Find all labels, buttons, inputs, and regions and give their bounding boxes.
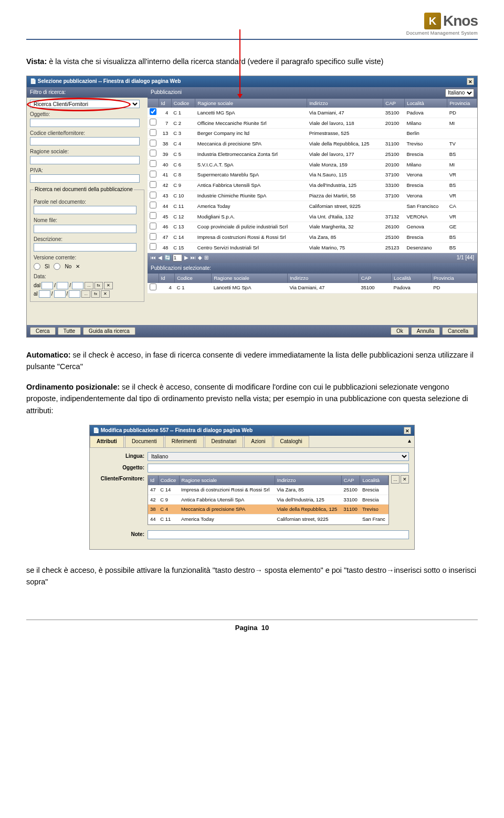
row-checkbox[interactable] — [150, 140, 156, 146]
codice-input[interactable] — [30, 137, 140, 145]
ok-button[interactable]: Ok — [391, 327, 409, 335]
pager-excel-icon[interactable]: ◆ — [198, 254, 202, 262]
table-row[interactable]: 44C 11America TodayCalifornian street, 9… — [148, 515, 388, 525]
row-checkbox[interactable] — [150, 284, 156, 290]
table-row[interactable]: 7C 2Officine Meccaniche Riunite SrlViale… — [148, 118, 477, 129]
pager-grid-icon[interactable]: ⊞ — [204, 254, 208, 262]
pager-page-input[interactable] — [173, 254, 182, 261]
row-checkbox[interactable] — [150, 243, 156, 250]
column-header[interactable] — [148, 99, 159, 108]
lang-select[interactable]: Italiano — [445, 89, 474, 97]
dal-y[interactable] — [72, 282, 83, 289]
remove-icon[interactable]: ✕ — [401, 475, 409, 484]
row-checkbox[interactable] — [150, 233, 156, 240]
table-row[interactable]: 44C 11America TodayCalifornian street, 9… — [148, 201, 477, 212]
al-picker[interactable]: ... — [81, 290, 90, 298]
column-header[interactable]: Codice — [158, 476, 179, 485]
row-checkbox[interactable] — [150, 108, 156, 115]
dal-clear[interactable]: ✕ — [104, 282, 113, 289]
pager-refresh-icon[interactable]: 🔄 — [164, 254, 171, 262]
al-clear[interactable]: ✕ — [101, 290, 110, 298]
descrizione-input[interactable] — [34, 243, 136, 251]
row-checkbox[interactable] — [150, 119, 156, 125]
parole-input[interactable] — [34, 206, 136, 214]
clear-version-button[interactable]: ✕ — [76, 263, 80, 271]
pager-first-icon[interactable]: ⏮ — [151, 254, 156, 262]
tab-destinatari[interactable]: Destinatari — [205, 436, 244, 447]
cerca-button[interactable]: Cerca — [30, 327, 56, 335]
table-row[interactable]: 39C 5Industria Elettromeccanica Zonta Sr… — [148, 149, 477, 160]
column-header[interactable]: Codice — [171, 99, 195, 108]
table-row[interactable]: 41C 8Supermercato Mareblu SpAVia N.Sauro… — [148, 170, 477, 180]
tab-attributi[interactable]: Attributi — [90, 436, 124, 447]
column-header[interactable]: Indirizzo — [275, 476, 341, 485]
column-header[interactable]: CAP — [341, 476, 360, 485]
row-checkbox[interactable] — [150, 202, 156, 208]
tab-documenti[interactable]: Documenti — [125, 436, 164, 447]
guida-button[interactable]: Guida alla ricerca — [83, 327, 135, 335]
table-row[interactable]: 42C 9Antica Fabbrica Utensili SpAVia del… — [148, 180, 477, 191]
table-row[interactable]: 4C 1Lancetti MG SpAVia Damiani, 4735100P… — [148, 283, 477, 293]
row-checkbox[interactable] — [150, 223, 156, 229]
al-d[interactable] — [39, 290, 50, 298]
tab-riferimenti[interactable]: Riferimenti — [165, 436, 204, 447]
close-icon[interactable]: ✕ — [404, 427, 411, 434]
pager-last-icon[interactable]: ⏭ — [191, 254, 196, 262]
table-row[interactable]: 47C 14Impresa di costruzioni Rossi & Ros… — [148, 232, 477, 243]
table-row[interactable]: 38C 4Meccanica di precisione SPAViale de… — [148, 139, 477, 149]
pager-prev-icon[interactable]: ◀ — [158, 254, 162, 262]
lingua-select[interactable]: Italiano — [148, 452, 409, 461]
tab-azioni[interactable]: Azioni — [244, 436, 272, 447]
row-checkbox[interactable] — [150, 171, 156, 177]
row-checkbox[interactable] — [150, 192, 156, 198]
column-header[interactable]: Ragione sociale — [212, 274, 288, 283]
cancella-button[interactable]: Cancella — [442, 327, 474, 335]
dal-m[interactable] — [57, 282, 68, 289]
table-row[interactable]: 40C 6S.V.I.C.A.T. SpAViale Monza, 159201… — [148, 160, 477, 170]
row-checkbox[interactable] — [150, 212, 156, 219]
table-row[interactable]: 38C 4Meccanica di precisione SPAViale de… — [148, 505, 388, 515]
al-fx[interactable]: fx — [91, 290, 100, 298]
pager-next-icon[interactable]: ▶ — [184, 254, 188, 262]
table-row[interactable]: 13C 3Berger Company inc ltdPrimestrasse,… — [148, 128, 477, 139]
ragione-input[interactable] — [30, 156, 140, 164]
radio-no[interactable] — [54, 263, 60, 270]
column-header[interactable]: Provincia — [447, 99, 477, 108]
dal-fx[interactable]: fx — [94, 282, 103, 289]
close-icon[interactable]: ✕ — [467, 78, 474, 85]
row-checkbox[interactable] — [150, 129, 156, 136]
column-header[interactable]: Ragione sociale — [195, 99, 307, 108]
annulla-button[interactable]: Annulla — [411, 327, 440, 335]
oggetto-input[interactable] — [30, 119, 140, 127]
table-row[interactable]: 4C 1Lancetti MG SpAVia Damiani, 4735100P… — [148, 108, 477, 118]
column-header[interactable]: Id — [159, 274, 175, 283]
column-header[interactable]: Località — [360, 476, 388, 485]
tutte-button[interactable]: Tutte — [58, 327, 81, 335]
dal-picker[interactable]: ... — [85, 282, 93, 289]
table-row[interactable]: 47C 14Impresa di costruzioni Rossi & Ros… — [148, 485, 388, 495]
dal-d[interactable] — [41, 282, 53, 289]
row-checkbox[interactable] — [150, 160, 156, 167]
column-header[interactable]: Indirizzo — [307, 99, 383, 108]
column-header[interactable]: CAP — [359, 274, 391, 283]
tab-cataloghi[interactable]: Cataloghi — [274, 436, 309, 447]
column-header[interactable]: Indirizzo — [287, 274, 359, 283]
al-m[interactable] — [54, 290, 66, 298]
note-input[interactable] — [148, 530, 409, 539]
column-header[interactable]: Codice — [175, 274, 212, 283]
nomefile-input[interactable] — [34, 225, 136, 233]
lookup-icon[interactable]: ... — [391, 475, 400, 484]
table-row[interactable]: 48C 15Centro Servizi Industriali SrlVial… — [148, 243, 477, 253]
column-header[interactable]: Id — [159, 99, 171, 108]
filter-dropdown[interactable]: Ricerca Clienti/Fornitori — [30, 100, 140, 108]
radio-si[interactable] — [34, 263, 40, 270]
column-header[interactable]: Località — [405, 99, 447, 108]
table-row[interactable]: 45C 12Modigliani S.p.A.Via Unt. d'Italia… — [148, 212, 477, 222]
piva-input[interactable] — [30, 174, 140, 183]
table-row[interactable]: 43C 10Industrie Chimiche Riunite SpAPiaz… — [148, 191, 477, 201]
table-row[interactable]: 42C 9Antica Fabbrica Utensili SpAVia del… — [148, 495, 388, 505]
column-header[interactable]: Id — [148, 476, 158, 485]
scroll-up-icon[interactable]: ▲ — [405, 436, 414, 447]
column-header[interactable] — [148, 274, 159, 283]
oggetto2-input[interactable] — [148, 464, 409, 473]
